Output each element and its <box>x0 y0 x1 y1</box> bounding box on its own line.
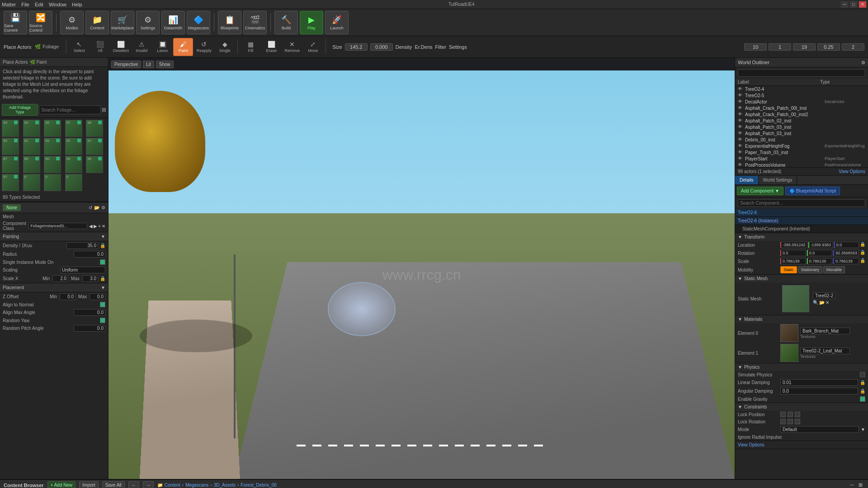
rotation-y[interactable]: 0.0 <box>807 250 833 256</box>
show-button[interactable]: Show <box>156 61 174 68</box>
z-min-value[interactable]: 0.0 <box>60 293 75 300</box>
perspective-button[interactable]: Perspective <box>111 61 141 68</box>
lock-rot-y-checkbox[interactable] <box>788 419 793 424</box>
foliage-thumb-item[interactable]: 87 <box>2 156 19 173</box>
size-value2[interactable]: 0.000 <box>370 43 393 51</box>
linear-lock-icon[interactable]: 🔒 <box>860 380 865 385</box>
transform-header[interactable]: ▼ Transform <box>735 233 868 241</box>
menu-window[interactable]: Window <box>49 2 66 7</box>
scale-lock-icon[interactable]: 🔒 <box>860 258 865 264</box>
cc-back-icon[interactable]: ◀ <box>89 224 93 229</box>
breadcrumb-megascans[interactable]: Megascans <box>185 483 208 488</box>
viewport[interactable]: Perspective Lit Show www.rrcg.cn <box>108 58 735 479</box>
menu-file[interactable]: File <box>21 2 29 7</box>
cb-maximize-icon[interactable]: ⊞ <box>857 482 864 488</box>
marketplace-button[interactable]: 🛒 Marketplace <box>111 11 134 34</box>
foliage-thumb-item[interactable]: 96 <box>44 138 61 155</box>
outliner-item[interactable]: 👁Debris_00_inst <box>735 136 868 143</box>
sm-browse-icon[interactable]: 📂 <box>819 300 825 305</box>
random-pitch-value[interactable]: 0.0 <box>74 325 105 332</box>
single-mode-button[interactable]: ◆ Single <box>215 38 235 56</box>
menu-help[interactable]: Help <box>72 2 82 7</box>
outliner-item[interactable]: 👁DecalActorDecalActor <box>735 99 868 105</box>
foliage-thumb-item[interactable]: 89 <box>23 156 40 173</box>
move-mode-button[interactable]: ⤢ Move <box>303 38 323 56</box>
materials-header[interactable]: ▼ Materials <box>735 315 868 323</box>
single-instance-checkbox[interactable] <box>100 259 105 265</box>
sm-clear-icon[interactable]: ✕ <box>826 300 829 305</box>
remove-mode-button[interactable]: ✕ Remove <box>282 38 302 56</box>
visibility-icon[interactable]: 👁 <box>738 93 743 98</box>
outliner-search-input[interactable] <box>738 69 865 77</box>
minimize-button[interactable]: ─ <box>841 1 848 8</box>
import-button[interactable]: Import <box>79 481 98 488</box>
visibility-icon[interactable]: 👁 <box>738 143 743 149</box>
visibility-icon[interactable]: 👁 <box>738 137 743 142</box>
linear-damping-value[interactable]: 0.01 <box>780 379 858 386</box>
foliage-search-input[interactable] <box>39 105 101 114</box>
random-yaw-checkbox[interactable] <box>100 318 105 323</box>
megascans-button[interactable]: 🔷 Megascans <box>187 11 210 34</box>
outliner-item[interactable]: 👁TreeO2-5 <box>735 92 868 99</box>
static-mesh-name[interactable]: Tree02-2 <box>813 292 835 299</box>
simulate-checkbox[interactable] <box>860 372 865 377</box>
angle1-value[interactable]: 1 <box>769 43 791 51</box>
visibility-icon[interactable]: 👁 <box>738 124 743 130</box>
angular-lock-icon[interactable]: 🔒 <box>860 389 865 394</box>
close-button[interactable]: ✕ <box>859 1 866 8</box>
outliner-item[interactable]: 👁Asphalt_Crack_Patch_00_inst2 <box>735 111 868 117</box>
outliner-options-icon[interactable]: ⚙ <box>861 60 865 65</box>
cc-add-icon[interactable]: + <box>98 224 101 229</box>
lock-pos-x-checkbox[interactable] <box>780 412 786 417</box>
visibility-icon[interactable]: 👁 <box>738 112 743 117</box>
angular-damping-value[interactable]: 0.0 <box>780 388 858 394</box>
foliage-thumb-item[interactable]: 90 <box>44 156 61 173</box>
constraints-header[interactable]: ▼ Constraints <box>735 403 868 411</box>
visibility-icon[interactable]: 👁 <box>738 156 743 161</box>
view-options-link[interactable]: View Options <box>839 169 865 174</box>
density-value[interactable]: 35.0 <box>66 242 98 249</box>
density-lock-icon[interactable]: 🔒 <box>100 243 105 248</box>
z-max-value[interactable]: 0.0 <box>90 293 105 300</box>
lit-button[interactable]: Lit <box>143 61 154 68</box>
sm-search-icon[interactable]: 🔍 <box>813 300 818 305</box>
align-max-value[interactable]: 0.0 <box>74 309 105 316</box>
scale-z[interactable]: 0.786139 <box>833 258 859 264</box>
component-class-value[interactable]: FoliageInstancedS... <box>28 223 87 229</box>
scale-x[interactable]: 0.786139 <box>780 258 806 264</box>
source-control-button[interactable]: 🔀 Source Control <box>29 11 52 34</box>
cb-minimize-icon[interactable]: ─ <box>848 482 855 488</box>
play-button[interactable]: ▶ Play <box>300 11 323 34</box>
scale-y[interactable]: 0.786139 <box>807 258 833 264</box>
visibility-icon[interactable]: 👁 <box>738 150 743 155</box>
erase-mode-button[interactable]: ⬜ Erase <box>261 38 281 56</box>
lock-rot-x-checkbox[interactable] <box>780 419 786 424</box>
foliage-thumb-item[interactable]: 96 <box>44 120 61 137</box>
foliage-thumb-item[interactable]: 95 <box>2 138 19 155</box>
details-tab[interactable]: Details <box>735 176 759 184</box>
foliage-thumb-item[interactable]: 86 <box>86 156 103 173</box>
mode-prop-value[interactable]: Default <box>780 426 859 433</box>
outliner-item[interactable]: 👁Asphalt_Patch_02_inst <box>735 117 868 124</box>
element1-mat-name[interactable]: Tree02-2_Leaf_Mat <box>800 347 850 354</box>
foliage-thumb-item[interactable]: 0 <box>23 174 40 191</box>
rotation-z[interactable]: 92.3568593 <box>833 250 859 256</box>
align-normal-checkbox[interactable] <box>100 302 105 307</box>
menu-edit[interactable]: Edit <box>35 2 43 7</box>
launch-button[interactable]: 🚀 Launch <box>325 11 349 34</box>
foliage-thumb-item[interactable]: 92 <box>65 138 82 155</box>
view-options-bottom[interactable]: View Options <box>735 441 868 449</box>
outliner-item[interactable]: 👁PlayerStartPlayerStart <box>735 155 868 162</box>
movable-mobility-button[interactable]: Movable <box>823 266 845 273</box>
foliage-thumb-item[interactable]: 97 <box>65 120 82 137</box>
location-z[interactable]: 0.0 <box>834 242 859 248</box>
mesh-refresh-icon[interactable]: ↺ <box>89 205 92 210</box>
foliage-thumb-item[interactable]: 92 <box>23 138 40 155</box>
location-y[interactable]: -1399.9383 <box>808 242 833 248</box>
visibility-icon[interactable]: 👁 <box>738 131 743 136</box>
foliage-thumb-item[interactable]: 0 <box>65 174 82 191</box>
rotation-x[interactable]: 0.0 <box>780 250 806 256</box>
element0-mat-name[interactable]: Bark_Branch_Mat <box>800 328 850 334</box>
outliner-item[interactable]: 👁PostProcessVolumePostProcessVolume <box>735 162 868 167</box>
cinematics-button[interactable]: 🎬 Cinematics <box>243 11 267 34</box>
